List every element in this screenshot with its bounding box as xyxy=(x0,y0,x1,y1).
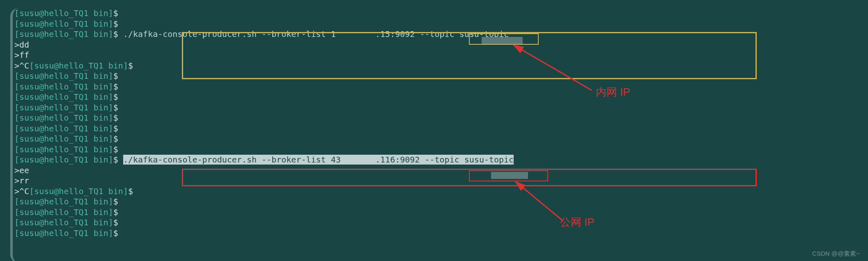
prompt-user: [susu@hello_TQ1 bin] xyxy=(14,92,113,102)
prompt-line: [susu@hello_TQ1 bin]$ xyxy=(14,228,858,239)
prompt-user: [susu@hello_TQ1 bin] xyxy=(29,186,128,196)
prompt-user: [susu@hello_TQ1 bin] xyxy=(14,103,113,112)
prompt-dollar: $ xyxy=(113,92,118,102)
prompt-dollar: $ xyxy=(113,82,118,92)
interrupt-line: >^C[susu@hello_TQ1 bin]$ xyxy=(14,186,858,197)
ctrl-c: >^C xyxy=(14,186,29,196)
prompt-line: [susu@hello_TQ1 bin]$ xyxy=(14,124,858,134)
prompt-user: [susu@hello_TQ1 bin] xyxy=(14,134,113,144)
prompt-user: [susu@hello_TQ1 bin] xyxy=(14,113,113,123)
annotation-label-inner-ip: 内网 IP xyxy=(596,87,630,98)
prompt-dollar: $ xyxy=(113,228,118,238)
prompt-line: [susu@hello_TQ1 bin]$ xyxy=(14,8,858,19)
command-text: ./kafka-console-producer.sh --broker-lis… xyxy=(123,29,331,39)
ctrl-c: >^C xyxy=(14,61,29,71)
prompt-user: [susu@hello_TQ1 bin] xyxy=(14,207,113,217)
prompt-line: [susu@hello_TQ1 bin]$ xyxy=(14,197,858,207)
prompt-dollar: $ xyxy=(113,134,118,144)
stdin-line[interactable]: >rr xyxy=(14,176,858,186)
prompt-line: [susu@hello_TQ1 bin]$ xyxy=(14,82,858,92)
prompt-dollar: $ xyxy=(113,207,118,217)
prompt-user: [susu@hello_TQ1 bin] xyxy=(14,197,113,206)
prompt-user: [susu@hello_TQ1 bin] xyxy=(14,155,113,165)
prompt-line: [susu@hello_TQ1 bin]$ xyxy=(14,103,858,113)
prompt-line: [susu@hello_TQ1 bin]$ xyxy=(14,134,858,144)
prompt-dollar: $ xyxy=(113,29,118,39)
command-text: :9092 --topic susu-topic xyxy=(390,29,509,39)
annotation-label-public-ip: 公网 IP xyxy=(560,217,595,228)
interrupt-line: >^C[susu@hello_TQ1 bin]$ xyxy=(14,61,858,71)
prompt-line: [susu@hello_TQ1 bin]$ xyxy=(14,113,858,124)
prompt-user: [susu@hello_TQ1 bin] xyxy=(14,124,113,133)
prompt-line: [susu@hello_TQ1 bin]$ xyxy=(14,92,858,103)
prompt-dollar: $ xyxy=(113,19,118,29)
terminal-container: [susu@hello_TQ1 bin]$ [susu@hello_TQ1 bi… xyxy=(10,8,858,261)
prompt-user: [susu@hello_TQ1 bin] xyxy=(29,61,128,71)
command-highlighted: ./kafka-console-producer.sh --broker-lis… xyxy=(123,155,514,165)
prompt-line: [susu@hello_TQ1 bin]$ xyxy=(14,207,858,218)
stdin-line[interactable]: >ff xyxy=(14,50,858,61)
command-line-1: [susu@hello_TQ1 bin]$ ./kafka-console-pr… xyxy=(14,29,858,40)
prompt-user: [susu@hello_TQ1 bin] xyxy=(14,8,113,18)
prompt-line: [susu@hello_TQ1 bin]$ xyxy=(14,144,858,155)
prompt-dollar: $ xyxy=(113,144,118,154)
ip-inner: 1 .15 xyxy=(331,29,390,39)
prompt-dollar: $ xyxy=(113,71,118,81)
prompt-line: [susu@hello_TQ1 bin]$ xyxy=(14,71,858,82)
prompt-dollar: $ xyxy=(113,113,118,123)
prompt-dollar: $ xyxy=(113,218,118,227)
prompt-line: [susu@hello_TQ1 bin]$ xyxy=(14,218,858,228)
prompt-user: [susu@hello_TQ1 bin] xyxy=(14,228,113,238)
prompt-dollar: $ xyxy=(128,61,133,71)
prompt-dollar: $ xyxy=(113,124,118,133)
prompt-dollar: $ xyxy=(128,186,133,196)
prompt-user: [susu@hello_TQ1 bin] xyxy=(14,19,113,29)
prompt-user: [susu@hello_TQ1 bin] xyxy=(14,218,113,227)
prompt-line: [susu@hello_TQ1 bin]$ xyxy=(14,19,858,30)
prompt-user: [susu@hello_TQ1 bin] xyxy=(14,29,113,39)
prompt-dollar: $ xyxy=(113,8,118,18)
prompt-dollar: $ xyxy=(113,155,118,165)
stdin-line[interactable]: >dd xyxy=(14,40,858,50)
prompt-user: [susu@hello_TQ1 bin] xyxy=(14,82,113,92)
command-line-2: [susu@hello_TQ1 bin]$ ./kafka-console-pr… xyxy=(14,155,858,165)
prompt-user: [susu@hello_TQ1 bin] xyxy=(14,144,113,154)
prompt-dollar: $ xyxy=(113,103,118,112)
watermark: CSDN @@素素~ xyxy=(812,248,860,259)
prompt-user: [susu@hello_TQ1 bin] xyxy=(14,71,113,81)
prompt-dollar: $ xyxy=(113,197,118,206)
stdin-line[interactable]: >ee xyxy=(14,165,858,176)
